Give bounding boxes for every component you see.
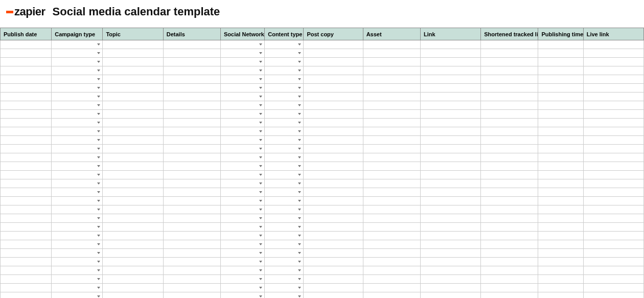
cell[interactable] xyxy=(538,292,583,299)
cell[interactable] xyxy=(1,275,52,284)
cell[interactable] xyxy=(363,153,420,162)
column-header[interactable]: Asset xyxy=(363,28,420,40)
dropdown-cell[interactable] xyxy=(52,101,103,110)
dropdown-cell[interactable] xyxy=(265,101,304,110)
column-header[interactable]: Content type xyxy=(265,28,304,40)
cell[interactable] xyxy=(304,205,363,214)
dropdown-cell[interactable] xyxy=(265,127,304,136)
cell[interactable] xyxy=(420,40,480,49)
cell[interactable] xyxy=(103,75,163,84)
cell[interactable] xyxy=(538,110,583,119)
cell[interactable] xyxy=(163,84,220,93)
cell[interactable] xyxy=(583,49,643,58)
cell[interactable] xyxy=(163,275,220,284)
cell[interactable] xyxy=(583,240,643,249)
dropdown-cell[interactable] xyxy=(265,75,304,84)
cell[interactable] xyxy=(481,249,538,258)
cell[interactable] xyxy=(103,136,163,145)
cell[interactable] xyxy=(538,232,583,240)
dropdown-cell[interactable] xyxy=(265,136,304,145)
cell[interactable] xyxy=(481,58,538,66)
dropdown-cell[interactable] xyxy=(265,145,304,153)
cell[interactable] xyxy=(103,93,163,101)
dropdown-cell[interactable] xyxy=(265,110,304,119)
cell[interactable] xyxy=(1,127,52,136)
cell[interactable] xyxy=(363,119,420,127)
cell[interactable] xyxy=(420,223,480,232)
column-header[interactable]: Post copy xyxy=(304,28,363,40)
dropdown-cell[interactable] xyxy=(52,110,103,119)
cell[interactable] xyxy=(163,214,220,223)
cell[interactable] xyxy=(1,171,52,179)
dropdown-cell[interactable] xyxy=(52,214,103,223)
cell[interactable] xyxy=(481,136,538,145)
cell[interactable] xyxy=(103,223,163,232)
cell[interactable] xyxy=(420,66,480,75)
cell[interactable] xyxy=(363,284,420,292)
cell[interactable] xyxy=(1,110,52,119)
cell[interactable] xyxy=(538,136,583,145)
dropdown-cell[interactable] xyxy=(265,223,304,232)
cell[interactable] xyxy=(363,145,420,153)
column-header[interactable]: Details xyxy=(163,28,220,40)
cell[interactable] xyxy=(304,127,363,136)
dropdown-cell[interactable] xyxy=(265,188,304,197)
cell[interactable] xyxy=(304,75,363,84)
cell[interactable] xyxy=(583,284,643,292)
cell[interactable] xyxy=(1,101,52,110)
cell[interactable] xyxy=(163,40,220,49)
cell[interactable] xyxy=(163,179,220,188)
dropdown-cell[interactable] xyxy=(265,240,304,249)
dropdown-cell[interactable] xyxy=(265,205,304,214)
cell[interactable] xyxy=(363,292,420,299)
cell[interactable] xyxy=(583,93,643,101)
cell[interactable] xyxy=(304,188,363,197)
cell[interactable] xyxy=(1,119,52,127)
cell[interactable] xyxy=(363,49,420,58)
cell[interactable] xyxy=(1,162,52,171)
dropdown-cell[interactable] xyxy=(265,58,304,66)
cell[interactable] xyxy=(1,197,52,205)
dropdown-cell[interactable] xyxy=(221,188,265,197)
cell[interactable] xyxy=(304,223,363,232)
dropdown-cell[interactable] xyxy=(221,162,265,171)
dropdown-cell[interactable] xyxy=(265,197,304,205)
dropdown-cell[interactable] xyxy=(221,110,265,119)
cell[interactable] xyxy=(538,258,583,266)
cell[interactable] xyxy=(481,49,538,58)
dropdown-cell[interactable] xyxy=(221,249,265,258)
cell[interactable] xyxy=(420,145,480,153)
cell[interactable] xyxy=(363,240,420,249)
dropdown-cell[interactable] xyxy=(52,145,103,153)
cell[interactable] xyxy=(420,232,480,240)
cell[interactable] xyxy=(363,75,420,84)
cell[interactable] xyxy=(103,127,163,136)
cell[interactable] xyxy=(481,188,538,197)
cell[interactable] xyxy=(481,127,538,136)
cell[interactable] xyxy=(163,110,220,119)
cell[interactable] xyxy=(363,232,420,240)
cell[interactable] xyxy=(538,49,583,58)
cell[interactable] xyxy=(481,179,538,188)
cell[interactable] xyxy=(363,223,420,232)
cell[interactable] xyxy=(363,127,420,136)
column-header[interactable]: Live link xyxy=(583,28,643,40)
dropdown-cell[interactable] xyxy=(52,162,103,171)
cell[interactable] xyxy=(583,258,643,266)
column-header[interactable]: Link xyxy=(420,28,480,40)
dropdown-cell[interactable] xyxy=(221,145,265,153)
cell[interactable] xyxy=(583,292,643,299)
cell[interactable] xyxy=(363,58,420,66)
cell[interactable] xyxy=(304,240,363,249)
cell[interactable] xyxy=(1,223,52,232)
cell[interactable] xyxy=(103,266,163,275)
cell[interactable] xyxy=(103,197,163,205)
dropdown-cell[interactable] xyxy=(52,93,103,101)
cell[interactable] xyxy=(420,284,480,292)
cell[interactable] xyxy=(420,75,480,84)
cell[interactable] xyxy=(1,240,52,249)
cell[interactable] xyxy=(304,232,363,240)
cell[interactable] xyxy=(163,266,220,275)
column-header[interactable]: Social Network xyxy=(221,28,265,40)
cell[interactable] xyxy=(304,284,363,292)
